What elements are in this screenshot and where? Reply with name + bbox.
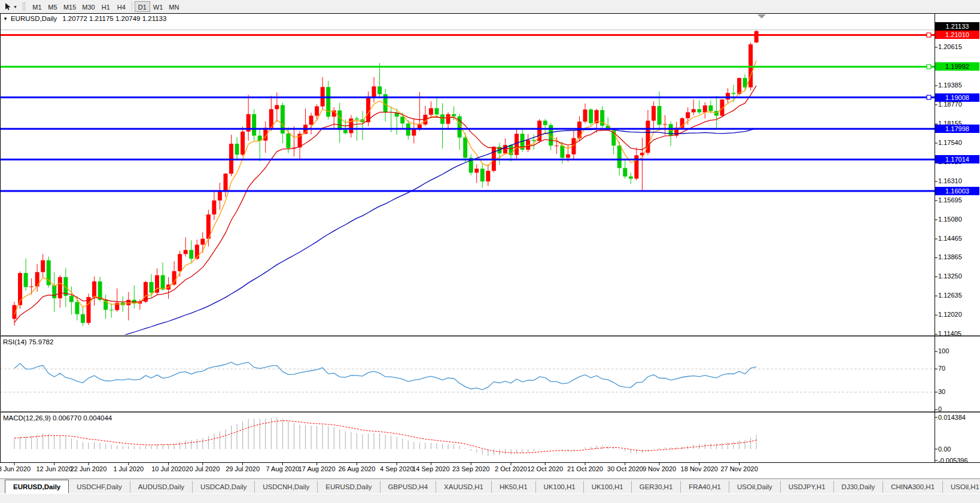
cursor-arrow-icon xyxy=(5,3,11,11)
macd-label: MACD(12,26,9) 0.006770 0.004044 xyxy=(3,414,112,422)
chart-tab-xauusd-h1[interactable]: XAUUSD,H1 xyxy=(436,481,492,493)
timeframe-button-h1[interactable]: H1 xyxy=(98,1,114,12)
toolbar: ▼ M1M5M15M30H1H4 D1W1MN xyxy=(0,0,980,13)
rsi-tick-label: 0 xyxy=(938,405,942,413)
horizontal-line-1.17014[interactable] xyxy=(0,159,935,160)
candle-body xyxy=(418,125,422,129)
price-tick-label: 1.12020 xyxy=(938,311,962,318)
chart-tab-gbpusd-h4[interactable]: GBPUSD,H4 xyxy=(381,481,436,493)
horizontal-line-1.16003[interactable] xyxy=(0,190,935,192)
timeframe-button-m30[interactable]: M30 xyxy=(79,1,98,12)
candle-body xyxy=(349,119,353,133)
candle-body xyxy=(440,114,445,124)
date-tick-label: 12 Jun 2020 xyxy=(36,465,72,472)
chart-tab-usoil-h1[interactable]: USOil,H1 xyxy=(943,481,980,493)
price-line-badge: 1.19008 xyxy=(935,93,979,102)
chart-tab-hk50-h1[interactable]: HK50,H1 xyxy=(492,481,536,493)
horizontal-line-1.19992[interactable] xyxy=(0,66,935,68)
chevron-down-icon: ▼ xyxy=(13,5,17,9)
line-anchor-box[interactable] xyxy=(927,33,931,37)
timeframe-button-mn[interactable]: MN xyxy=(166,1,182,12)
candle-body xyxy=(189,250,193,259)
candle-body xyxy=(223,174,227,192)
chart-tab-dj30-daily[interactable]: DJ30,Daily xyxy=(834,481,884,493)
price-tick-label: 1.12635 xyxy=(938,292,962,299)
date-tick-label: 23 Sep 2020 xyxy=(452,465,489,472)
candle-body xyxy=(149,282,153,293)
candle-body xyxy=(235,144,239,154)
candle-body xyxy=(109,310,114,310)
chart-title: ▼EURUSD,Daily1.20772 1.21175 1.20749 1.2… xyxy=(3,15,166,22)
chart-tab-usdjpy-h1[interactable]: USDJPY,H1 xyxy=(781,481,834,493)
date-tick-label: 14 Sep 2020 xyxy=(412,465,449,472)
timeframe-button-w1[interactable]: W1 xyxy=(150,1,166,12)
chart-tab-uk100-h1[interactable]: UK100,H1 xyxy=(584,481,632,493)
horizontal-line-1.21175[interactable] xyxy=(0,29,935,30)
chart-tab-uk100-h1[interactable]: UK100,H1 xyxy=(536,481,584,493)
candle-body xyxy=(663,124,667,125)
candle-body xyxy=(429,108,433,115)
chart-tab-eurusd-daily[interactable]: EURUSD,Daily xyxy=(5,480,69,493)
timeframe-button-h4[interactable]: H4 xyxy=(114,1,129,12)
panel-splitter-macd[interactable] xyxy=(0,411,980,413)
timeframe-button-m15[interactable]: M15 xyxy=(60,1,79,12)
timeframe-group-1: M1M5M15M30H1H4 xyxy=(29,1,129,12)
candle-body xyxy=(543,121,547,125)
status-strip xyxy=(0,493,980,503)
candle-body xyxy=(692,109,696,112)
candle-body xyxy=(286,134,290,148)
candle-body xyxy=(708,105,713,111)
candle-body xyxy=(172,271,176,284)
price-tick-label: 1.15080 xyxy=(938,216,962,223)
rsi-tick-label: 30 xyxy=(938,388,945,395)
timeframe-button-m5[interactable]: M5 xyxy=(45,1,60,12)
price-tick-label: 1.11405 xyxy=(938,330,961,337)
line-anchor-box[interactable] xyxy=(927,95,931,99)
candle-body xyxy=(652,106,656,120)
candle-body xyxy=(343,130,348,133)
date-tick-label: 1 Jul 2020 xyxy=(113,465,144,472)
date-tick-label: 27 Nov 2020 xyxy=(720,465,757,472)
bid-price-badge: 1.21133 xyxy=(935,22,979,31)
line-anchor-box[interactable] xyxy=(927,65,931,69)
candle-body xyxy=(629,177,633,179)
chart-tab-usoil-daily[interactable]: USOil,Daily xyxy=(729,481,781,493)
candle-body xyxy=(161,275,165,290)
date-tick-label: 22 Jun 2020 xyxy=(71,465,107,472)
chart-tab-usdchf-daily[interactable]: USDCHF,Daily xyxy=(69,481,130,493)
candle-body xyxy=(378,86,382,94)
chart-tab-eurusd-daily[interactable]: EURUSD,Daily xyxy=(318,481,380,493)
chart-tab-audusd-daily[interactable]: AUDUSD,Daily xyxy=(130,481,193,493)
chart-tab-usdcnh-daily[interactable]: USDCNH,Daily xyxy=(255,481,318,493)
horizontal-line-1.2101[interactable] xyxy=(0,34,935,36)
price-line-badge: 1.19992 xyxy=(935,62,979,71)
candle-body xyxy=(41,260,45,272)
chart-shift-marker-icon[interactable] xyxy=(757,14,766,19)
candle-body xyxy=(503,145,507,153)
chart-tab-china300-h1[interactable]: CHINA300,H1 xyxy=(883,481,943,493)
horizontal-line-1.17998[interactable] xyxy=(0,128,935,130)
rsi-tick-label: 100 xyxy=(938,347,949,354)
candle-body xyxy=(69,296,74,302)
cursor-tool-button[interactable]: ▼ xyxy=(2,1,20,12)
candle-body xyxy=(463,138,467,158)
horizontal-line-1.19008[interactable] xyxy=(0,96,935,98)
macd-tick-label: -0.005396 xyxy=(938,457,968,464)
chart-tab-usdcad-daily[interactable]: USDCAD,Daily xyxy=(193,481,255,493)
panel-splitter-rsi[interactable] xyxy=(0,335,980,337)
timeframe-button-d1[interactable]: D1 xyxy=(135,1,150,12)
chart-canvas[interactable] xyxy=(0,0,980,479)
date-tick-label: 4 Sep 2020 xyxy=(380,465,413,472)
candle-body xyxy=(726,93,730,99)
collapse-caret-icon[interactable]: ▼ xyxy=(3,16,8,22)
price-tick-label: 1.17540 xyxy=(938,139,962,146)
chart-tab-ger30-h1[interactable]: GER30,H1 xyxy=(632,481,681,493)
candle-body xyxy=(754,31,759,43)
toolbar-grip[interactable] xyxy=(23,2,25,11)
candle-body xyxy=(218,192,222,201)
candle-body xyxy=(200,239,205,245)
timeframe-button-m1[interactable]: M1 xyxy=(29,1,45,12)
chart-tab-fra40-h1[interactable]: FRA40,H1 xyxy=(681,481,729,493)
candle-body xyxy=(29,286,34,287)
rsi-panel xyxy=(0,362,935,392)
